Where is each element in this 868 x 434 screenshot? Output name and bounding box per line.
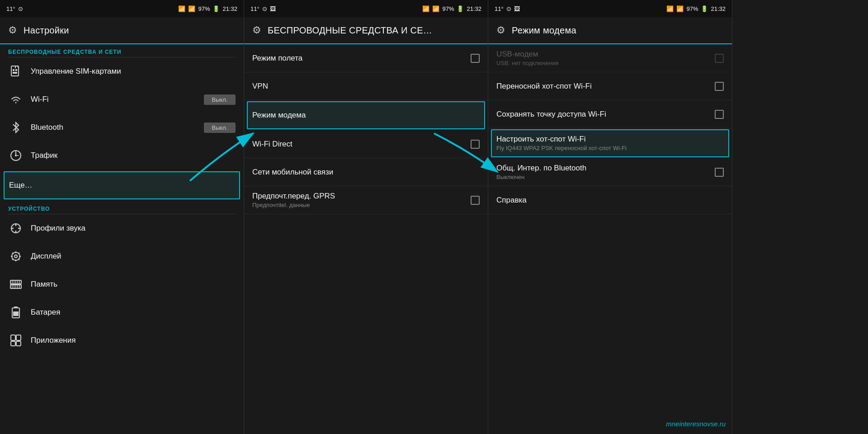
menu-item-mobile[interactable]: Сети мобильной связи (244, 158, 488, 186)
gprs-content: Предпочт.перед. GPRS Предпочтitel. данны… (252, 192, 463, 208)
menu-item-sound[interactable]: Профили звука (0, 214, 244, 242)
menu-item-usb[interactable]: USB-модем USB: нет подключения (488, 44, 732, 72)
bt-share-checkbox[interactable] (715, 168, 724, 177)
config-hotspot-content: Настроить хот-спот Wi-Fi Fly IQ443 WPA2 … (496, 135, 724, 151)
hotspot-wifi-title: Переносной хот-спот Wi-Fi (496, 82, 708, 91)
gprs-title: Предпочт.перед. GPRS (252, 192, 463, 201)
mobile-content: Сети мобильной связи (252, 168, 480, 177)
traffic-content: Трафик (31, 151, 236, 160)
wifi-toggle[interactable]: Выкл. (204, 94, 236, 105)
usb-checkbox[interactable] (715, 54, 724, 63)
status-right-2: 📶 📶 97% 🔋 21:32 (422, 5, 481, 12)
gear-icon-2: ⚙ (252, 24, 261, 36)
sound-title: Профили звука (31, 224, 236, 233)
save-hotspot-title: Сохранять точку доступа Wi-Fi (496, 110, 708, 119)
menu-item-sim[interactable]: Управление SIM-картами (0, 57, 244, 85)
hotspot-wifi-checkbox[interactable] (715, 82, 724, 91)
menu-item-modem[interactable]: Режим модема (247, 101, 485, 129)
more-title: Еще… (9, 181, 235, 190)
apps-title: Приложения (31, 336, 236, 345)
status-bar-3: 11° ⊙ 🖼 📶 📶 97% 🔋 21:32 (488, 0, 732, 17)
menu-item-airplane[interactable]: Режим полета (244, 44, 488, 72)
gear-icon: ⚙ (8, 24, 17, 36)
status-right-1: 📶 📶 97% 🔋 21:32 (178, 5, 237, 12)
menu-item-help[interactable]: Справка (488, 186, 732, 214)
wifidirect-title: Wi-Fi Direct (252, 140, 463, 149)
bt-share-title: Общ. Интер. по Bluetooth (496, 164, 708, 173)
apps-icon (8, 333, 24, 348)
mobile-title: Сети мобильной связи (252, 168, 480, 177)
signal-icon-4: 📶 (432, 5, 439, 12)
traffic-icon (8, 148, 24, 163)
display-content: Дисплей (31, 252, 236, 261)
menu-item-gprs[interactable]: Предпочт.перед. GPRS Предпочтitel. данны… (244, 186, 488, 214)
menu-item-display[interactable]: Дисплей (0, 242, 244, 270)
signal-icon-1: 📶 (178, 5, 185, 12)
bluetooth-toggle[interactable]: Выкл. (204, 123, 236, 133)
svg-rect-3 (13, 72, 17, 74)
menu-item-wifi[interactable]: Wi-Fi Выкл. (0, 85, 244, 113)
usb-subtitle: USB: нет подключения (496, 60, 708, 66)
svg-rect-40 (11, 335, 15, 340)
memory-content: Память (31, 280, 236, 289)
svg-rect-1 (13, 69, 14, 71)
vpn-title: VPN (252, 82, 480, 91)
battery-title: Батарея (31, 308, 236, 317)
config-hotspot-title: Настроить хот-спот Wi-Fi (496, 135, 724, 144)
status-bar-1: 11° ⊙ 📶 📶 97% 🔋 21:32 (0, 0, 244, 17)
battery-icon-3: 🔋 (701, 5, 708, 12)
menu-item-save-hotspot[interactable]: Сохранять точку доступа Wi-Fi (488, 100, 732, 128)
menu-item-wifidirect[interactable]: Wi-Fi Direct (244, 130, 488, 158)
menu-item-config-hotspot[interactable]: Настроить хот-спот Wi-Fi Fly IQ443 WPA2 … (491, 129, 729, 157)
modem-content: Режим модема (252, 111, 480, 120)
svg-rect-2 (15, 69, 17, 71)
battery-content: Батарея (31, 308, 236, 317)
panel-wireless: 11° ⊙ 🖼 📶 📶 97% 🔋 21:32 ⚙ БЕСПРОВОДНЫЕ С… (244, 0, 488, 434)
status-left-3: 11° ⊙ 🖼 (495, 5, 520, 12)
save-hotspot-checkbox[interactable] (715, 110, 724, 119)
sim-title: Управление SIM-картами (31, 67, 236, 76)
signal-icon-6: 📶 (676, 5, 684, 12)
menu-item-hotspot-wifi[interactable]: Переносной хот-спот Wi-Fi (488, 72, 732, 100)
status-left-2: 11° ⊙ 🖼 (250, 5, 276, 12)
help-content: Справка (496, 196, 724, 205)
battery-pct-2: 97% (442, 5, 454, 12)
status-bar-2: 11° ⊙ 🖼 📶 📶 97% 🔋 21:32 (244, 0, 488, 17)
svg-rect-42 (11, 341, 15, 346)
menu-item-apps[interactable]: Приложения (0, 326, 244, 354)
menu-item-traffic[interactable]: Трафик (0, 142, 244, 170)
menu-item-battery[interactable]: Батарея (0, 298, 244, 326)
gprs-checkbox[interactable] (471, 196, 480, 205)
time-1: 21:32 (222, 5, 237, 12)
airplane-content: Режим полета (252, 54, 463, 63)
menu-item-bluetooth[interactable]: Bluetooth Выкл. (0, 113, 244, 142)
panel-settings: 11° ⊙ 📶 📶 97% 🔋 21:32 ⚙ Настройки БЕСПРО… (0, 0, 244, 434)
menu-item-memory[interactable]: Память (0, 270, 244, 298)
menu-item-vpn[interactable]: VPN (244, 72, 488, 100)
hotspot-wifi-content: Переносной хот-спот Wi-Fi (496, 82, 708, 91)
memory-title: Память (31, 280, 236, 289)
status-left-1: 11° ⊙ (6, 5, 23, 12)
temperature-2: 11° (250, 5, 259, 12)
wifidirect-content: Wi-Fi Direct (252, 140, 463, 149)
header-modem: ⚙ Режим модема (488, 17, 732, 44)
memory-icon (8, 277, 24, 292)
sim-icon (8, 64, 24, 79)
battery-icon-2: 🔋 (457, 5, 464, 12)
bluetooth-icon (8, 120, 24, 135)
header-title-modem: Режим модема (512, 25, 576, 36)
status-right-3: 📶 📶 97% 🔋 21:32 (666, 5, 726, 12)
battery-item-icon (8, 305, 24, 320)
traffic-title: Трафик (31, 151, 236, 160)
clock-icon-1: ⊙ (18, 5, 23, 12)
menu-item-bt-share[interactable]: Общ. Интер. по Bluetooth Выключен (488, 158, 732, 186)
wifidirect-checkbox[interactable] (471, 140, 480, 149)
airplane-checkbox[interactable] (471, 54, 480, 63)
time-3: 21:32 (711, 5, 726, 12)
menu-item-more[interactable]: Еще… (4, 171, 240, 199)
signal-icon-5: 📶 (666, 5, 674, 12)
bluetooth-content: Bluetooth (31, 123, 197, 132)
display-title: Дисплей (31, 252, 236, 261)
gear-icon-3: ⚙ (496, 24, 505, 36)
sim-content: Управление SIM-картами (31, 67, 236, 76)
